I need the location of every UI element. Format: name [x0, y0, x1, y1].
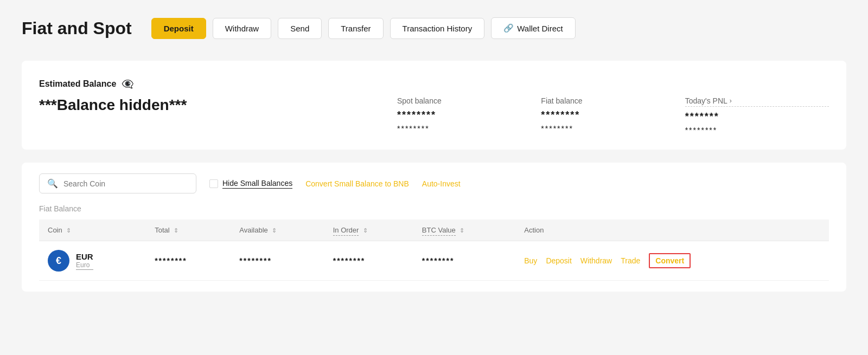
pnl-stars-large: *******: [685, 111, 829, 122]
fiat-balance-stars-large: ********: [541, 109, 685, 121]
nav-transfer-button[interactable]: Transfer: [328, 18, 383, 39]
hide-small-balances-checkbox[interactable]: Hide Small Balances: [209, 179, 292, 189]
coin-full-name: Euro: [76, 261, 93, 270]
nav-deposit-button[interactable]: Deposit: [151, 18, 206, 39]
convert-small-balance-link[interactable]: Convert Small Balance to BNB: [305, 179, 409, 188]
col-total[interactable]: Total ⇕: [146, 220, 231, 241]
action-buy-link[interactable]: Buy: [524, 256, 537, 265]
balance-top: Estimated Balance 👁‍🗨: [39, 78, 829, 90]
search-box[interactable]: 🔍: [39, 173, 196, 193]
estimated-balance-label: Estimated Balance: [39, 79, 116, 89]
action-cell: Buy Deposit Withdraw Trade Convert: [515, 241, 829, 281]
spot-balance-label: Spot balance: [397, 96, 541, 105]
balance-row: ***Balance hidden*** Spot balance ******…: [39, 96, 829, 134]
btc-value-stars: ********: [422, 256, 455, 265]
action-withdraw-link[interactable]: Withdraw: [580, 256, 612, 265]
spot-balance-column: Spot balance ******** ********: [397, 96, 541, 133]
sort-icon-in-order: ⇕: [363, 227, 368, 234]
col-action: Action: [515, 220, 829, 241]
nav-withdraw-button[interactable]: Withdraw: [213, 18, 272, 39]
coin-symbol: EUR: [76, 252, 93, 261]
pnl-stars-small: ********: [685, 126, 829, 134]
balance-section: Estimated Balance 👁‍🗨 ***Balance hidden*…: [22, 61, 846, 150]
table-body: € EUR Euro ******** ********: [39, 241, 829, 281]
checkbox-icon: [209, 179, 218, 188]
search-icon: 🔍: [47, 178, 58, 189]
col-btc-value[interactable]: BTC Value ⇕: [413, 220, 515, 241]
fiat-balance-stars-small: ********: [541, 124, 685, 133]
sort-icon-coin: ⇕: [66, 227, 71, 234]
sort-icon-available: ⇕: [272, 227, 277, 234]
page-title: Fiat and Spot: [22, 18, 132, 38]
link-icon: 🔗: [503, 23, 514, 33]
coin-cell: € EUR Euro: [39, 241, 146, 281]
fiat-balance-section-label: Fiat Balance: [39, 204, 829, 213]
action-convert-link[interactable]: Convert: [649, 253, 691, 268]
sort-icon-total: ⇕: [174, 227, 178, 234]
auto-invest-link[interactable]: Auto-Invest: [422, 179, 461, 188]
page-header: Fiat and Spot Deposit Withdraw Send Tran…: [22, 17, 846, 39]
col-coin[interactable]: Coin ⇕: [39, 220, 146, 241]
nav-send-button[interactable]: Send: [278, 18, 322, 39]
spot-balance-stars-large: ********: [397, 109, 541, 121]
action-deposit-link[interactable]: Deposit: [546, 256, 571, 265]
total-cell: ********: [146, 241, 231, 281]
spot-balance-stars-small: ********: [397, 124, 541, 133]
fiat-balance-column: Fiat balance ******** ********: [541, 96, 685, 133]
coin-icon-eur: €: [48, 250, 69, 272]
action-trade-link[interactable]: Trade: [621, 256, 640, 265]
sort-icon-btc-value: ⇕: [459, 227, 464, 234]
hide-small-balances-label: Hide Small Balances: [222, 179, 292, 189]
balance-table: Coin ⇕ Total ⇕ Available ⇕ In Order ⇕: [39, 220, 829, 281]
search-input[interactable]: [63, 179, 188, 188]
filter-row: 🔍 Hide Small Balances Convert Small Bala…: [39, 173, 829, 193]
pnl-column: Today's PNL › ******* ********: [685, 96, 829, 134]
table-row: € EUR Euro ******** ********: [39, 241, 829, 281]
col-in-order[interactable]: In Order ⇕: [324, 220, 413, 241]
balance-hidden-text: ***Balance hidden***: [39, 96, 397, 114]
hide-balance-icon[interactable]: 👁‍🗨: [122, 78, 133, 90]
filter-section: 🔍 Hide Small Balances Convert Small Bala…: [22, 163, 846, 292]
pnl-label[interactable]: Today's PNL ›: [685, 96, 829, 107]
col-available[interactable]: Available ⇕: [231, 220, 324, 241]
total-stars: ********: [155, 256, 187, 265]
nav-wallet-direct-button[interactable]: 🔗 Wallet Direct: [491, 17, 575, 39]
balance-main: ***Balance hidden***: [39, 96, 397, 114]
available-cell: ********: [231, 241, 324, 281]
fiat-balance-label: Fiat balance: [541, 96, 685, 105]
btc-value-cell: ********: [413, 241, 515, 281]
in-order-stars: ********: [333, 256, 366, 265]
available-stars: ********: [239, 256, 272, 265]
in-order-cell: ********: [324, 241, 413, 281]
table-header: Coin ⇕ Total ⇕ Available ⇕ In Order ⇕: [39, 220, 829, 241]
nav-transaction-history-button[interactable]: Transaction History: [390, 18, 485, 39]
pnl-chevron-icon: ›: [730, 97, 732, 105]
